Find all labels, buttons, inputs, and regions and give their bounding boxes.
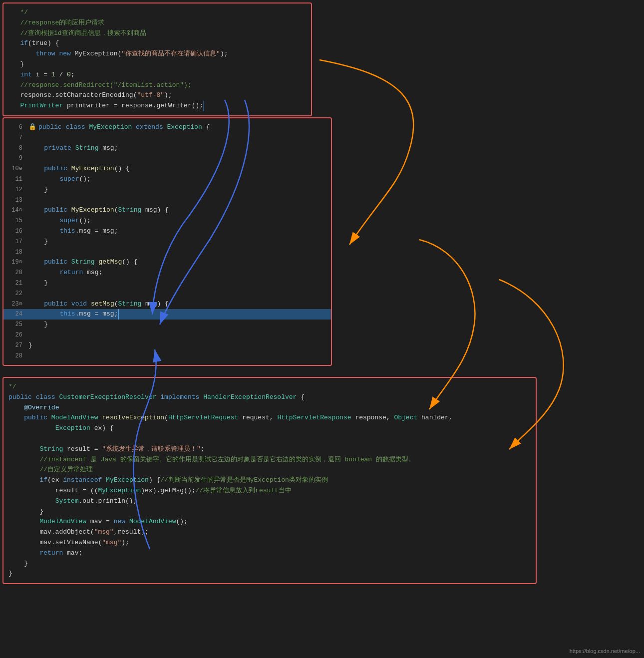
code-line: //response的响应用户请求 [3, 18, 311, 28]
code-line: */ [3, 7, 311, 18]
code-line: */ [3, 382, 536, 392]
code-line: 16 this.msg = msg; [3, 226, 331, 237]
code-line: } [3, 59, 311, 70]
code-line: //查询根据id查询商品信息，搜索不到商品 [3, 28, 311, 39]
code-line: } [3, 559, 536, 569]
code-line: 13 [3, 195, 331, 206]
code-line: public ModelAndView resolveException(Htt… [3, 413, 536, 423]
code-line-highlighted: 24 this.msg = msg; [3, 309, 331, 320]
panel1: */ //response的响应用户请求 //查询根据id查询商品信息，搜索不到… [2, 2, 312, 116]
code-line: PrintWriter printwriter = response.getWr… [3, 101, 311, 111]
code-line: if(true) { [3, 38, 311, 49]
code-line: public class CustomerExecptionResolver i… [3, 392, 536, 403]
code-line: 15 super(); [3, 216, 331, 226]
code-line: } [3, 569, 536, 579]
code-line: 18 [3, 247, 331, 258]
code-line: @Override [3, 403, 536, 413]
code-line: if(ex instanceof MyException) {//判断当前发生的… [3, 475, 536, 486]
code-line: 17 } [3, 237, 331, 247]
code-line: 12 } [3, 185, 331, 195]
code-line: ModelAndView mav = new ModelAndView(); [3, 517, 536, 527]
code-line: return mav; [3, 548, 536, 559]
code-line: 28 [3, 351, 331, 361]
code-line: //response.sendRedirect("/itemList.actio… [3, 80, 311, 91]
panel3: */ public class CustomerExecptionResolve… [2, 377, 537, 584]
code-line: int i = 1 / 0; [3, 70, 311, 80]
code-line: String result = "系统发生异常，请联系管理员！"; [3, 444, 536, 455]
code-line: mav.addObject("msg",result); [3, 527, 536, 538]
code-line: 10⊖ public MyException() { [3, 164, 331, 174]
code-line [3, 434, 536, 444]
code-line: 25 } [3, 320, 331, 330]
code-line: //自定义异常处理 [3, 465, 536, 475]
code-line: mav.setViewName("msg"); [3, 538, 536, 548]
code-line: response.setCharacterEncoding("utf-8"); [3, 90, 311, 101]
panel2: 6 🔒 public class MyException extends Exc… [2, 117, 332, 366]
code-line: System.out.println(); [3, 496, 536, 507]
code-line: 19⊖ public String getMsg() { [3, 257, 331, 268]
code-line: 23⊖ public void setMsg(String msg) { [3, 299, 331, 310]
code-line: 14⊖ public MyException(String msg) { [3, 205, 331, 216]
watermark: https://blog.csdn.net/me/op... [570, 648, 640, 654]
class-icon: 🔒 [28, 122, 36, 133]
code-line: 11 super(); [3, 174, 331, 185]
code-line: Exception ex) { [3, 423, 536, 434]
code-line: 8 private String msg; [3, 143, 331, 154]
code-line: 21 } [3, 278, 331, 289]
code-line: 9 [3, 153, 331, 164]
code-line: 26 [3, 330, 331, 340]
code-line: 6 🔒 public class MyException extends Exc… [3, 122, 331, 133]
code-line: 20 return msg; [3, 268, 331, 278]
code-line: throw new MyException("你查找的商品不存在请确认信息"); [3, 49, 311, 59]
code-line: 7 [3, 133, 331, 143]
code-line: } [3, 507, 536, 517]
code-line: //instanceof 是 Java 的保留关键字。它的作用是测试它左边的对象… [3, 455, 536, 465]
code-line: 22 [3, 289, 331, 299]
main-container: */ //response的响应用户请求 //查询根据id查询商品信息，搜索不到… [0, 0, 644, 658]
code-line: 27 } [3, 340, 331, 351]
code-line: result = ((MyException)ex).getMsg();//将异… [3, 486, 536, 496]
